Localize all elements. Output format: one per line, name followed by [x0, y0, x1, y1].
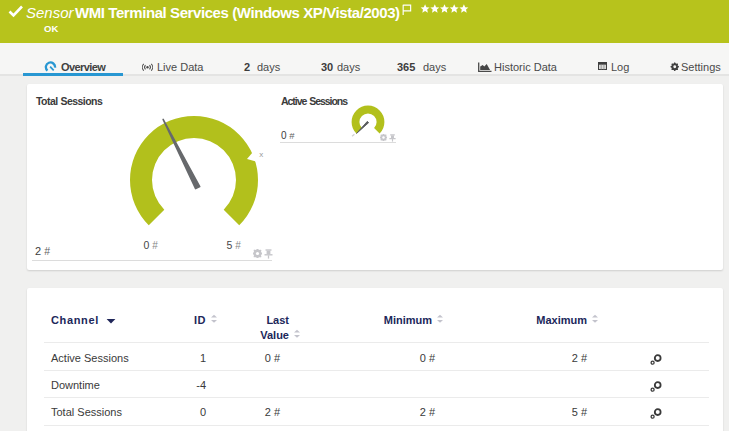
- svg-text:x: x: [259, 150, 263, 159]
